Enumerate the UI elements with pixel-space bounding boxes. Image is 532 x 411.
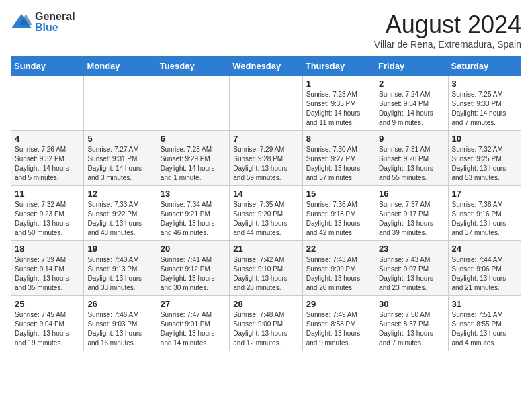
day-info: Sunrise: 7:41 AM Sunset: 9:12 PM Dayligh… bbox=[161, 255, 226, 293]
calendar-cell bbox=[84, 76, 157, 131]
calendar-cell: 5Sunrise: 7:27 AM Sunset: 9:31 PM Daylig… bbox=[84, 131, 157, 186]
calendar-cell: 9Sunrise: 7:31 AM Sunset: 9:26 PM Daylig… bbox=[375, 131, 448, 186]
day-number: 25 bbox=[15, 299, 80, 309]
day-number: 29 bbox=[306, 299, 371, 309]
calendar-cell: 20Sunrise: 7:41 AM Sunset: 9:12 PM Dayli… bbox=[157, 241, 229, 296]
day-info: Sunrise: 7:34 AM Sunset: 9:21 PM Dayligh… bbox=[161, 200, 226, 238]
day-number: 4 bbox=[15, 134, 80, 144]
logo-icon bbox=[11, 11, 32, 33]
logo-general: General bbox=[35, 11, 75, 23]
day-number: 3 bbox=[452, 79, 517, 89]
day-number: 22 bbox=[306, 244, 371, 254]
day-info: Sunrise: 7:50 AM Sunset: 8:57 PM Dayligh… bbox=[379, 310, 444, 348]
day-info: Sunrise: 7:32 AM Sunset: 9:25 PM Dayligh… bbox=[452, 145, 517, 183]
calendar-cell: 23Sunrise: 7:43 AM Sunset: 9:07 PM Dayli… bbox=[375, 241, 448, 296]
calendar-cell: 31Sunrise: 7:51 AM Sunset: 8:55 PM Dayli… bbox=[448, 296, 521, 351]
calendar-cell: 26Sunrise: 7:46 AM Sunset: 9:03 PM Dayli… bbox=[84, 296, 157, 351]
day-info: Sunrise: 7:35 AM Sunset: 9:20 PM Dayligh… bbox=[233, 200, 298, 238]
weekday-header-sunday: Sunday bbox=[11, 57, 84, 76]
calendar-cell: 15Sunrise: 7:36 AM Sunset: 9:18 PM Dayli… bbox=[302, 186, 375, 241]
day-info: Sunrise: 7:39 AM Sunset: 9:14 PM Dayligh… bbox=[15, 255, 80, 293]
weekday-header-row: SundayMondayTuesdayWednesdayThursdayFrid… bbox=[11, 57, 521, 76]
day-info: Sunrise: 7:45 AM Sunset: 9:04 PM Dayligh… bbox=[15, 310, 80, 348]
calendar-cell: 13Sunrise: 7:34 AM Sunset: 9:21 PM Dayli… bbox=[157, 186, 229, 241]
calendar-cell: 3Sunrise: 7:25 AM Sunset: 9:33 PM Daylig… bbox=[448, 76, 521, 131]
day-number: 10 bbox=[452, 134, 517, 144]
day-info: Sunrise: 7:49 AM Sunset: 8:58 PM Dayligh… bbox=[306, 310, 371, 348]
logo: General Blue bbox=[11, 11, 75, 33]
weekday-header-tuesday: Tuesday bbox=[157, 57, 229, 76]
logo-blue: Blue bbox=[35, 21, 75, 34]
weekday-header-thursday: Thursday bbox=[302, 57, 375, 76]
weekday-header-wednesday: Wednesday bbox=[230, 57, 302, 76]
calendar-cell: 21Sunrise: 7:42 AM Sunset: 9:10 PM Dayli… bbox=[230, 241, 302, 296]
calendar-cell: 17Sunrise: 7:38 AM Sunset: 9:16 PM Dayli… bbox=[448, 186, 521, 241]
calendar-week-row: 1Sunrise: 7:23 AM Sunset: 9:35 PM Daylig… bbox=[11, 76, 521, 131]
calendar-cell: 6Sunrise: 7:28 AM Sunset: 9:29 PM Daylig… bbox=[157, 131, 229, 186]
weekday-header-monday: Monday bbox=[84, 57, 157, 76]
day-info: Sunrise: 7:36 AM Sunset: 9:18 PM Dayligh… bbox=[306, 200, 371, 238]
calendar-cell: 1Sunrise: 7:23 AM Sunset: 9:35 PM Daylig… bbox=[302, 76, 375, 131]
day-info: Sunrise: 7:30 AM Sunset: 9:27 PM Dayligh… bbox=[306, 145, 371, 183]
title-section: August 2024 Villar de Rena, Extremadura,… bbox=[374, 11, 521, 50]
day-number: 18 bbox=[15, 244, 80, 254]
day-number: 14 bbox=[233, 189, 298, 199]
day-number: 12 bbox=[87, 189, 152, 199]
day-number: 24 bbox=[452, 244, 517, 254]
calendar-week-row: 11Sunrise: 7:32 AM Sunset: 9:23 PM Dayli… bbox=[11, 186, 521, 241]
calendar-cell: 24Sunrise: 7:44 AM Sunset: 9:06 PM Dayli… bbox=[448, 241, 521, 296]
day-info: Sunrise: 7:38 AM Sunset: 9:16 PM Dayligh… bbox=[452, 200, 517, 238]
calendar-cell: 10Sunrise: 7:32 AM Sunset: 9:25 PM Dayli… bbox=[448, 131, 521, 186]
calendar-cell: 7Sunrise: 7:29 AM Sunset: 9:28 PM Daylig… bbox=[230, 131, 302, 186]
day-info: Sunrise: 7:29 AM Sunset: 9:28 PM Dayligh… bbox=[233, 145, 298, 183]
calendar-cell: 11Sunrise: 7:32 AM Sunset: 9:23 PM Dayli… bbox=[11, 186, 84, 241]
day-number: 31 bbox=[452, 299, 517, 309]
calendar-cell: 25Sunrise: 7:45 AM Sunset: 9:04 PM Dayli… bbox=[11, 296, 84, 351]
day-number: 5 bbox=[87, 134, 152, 144]
day-info: Sunrise: 7:24 AM Sunset: 9:34 PM Dayligh… bbox=[379, 90, 444, 128]
calendar-cell: 19Sunrise: 7:40 AM Sunset: 9:13 PM Dayli… bbox=[84, 241, 157, 296]
page-header: General Blue August 2024 Villar de Rena,… bbox=[11, 11, 521, 50]
calendar-cell bbox=[230, 76, 302, 131]
calendar-cell: 12Sunrise: 7:33 AM Sunset: 9:22 PM Dayli… bbox=[84, 186, 157, 241]
day-number: 2 bbox=[379, 79, 444, 89]
calendar-table: SundayMondayTuesdayWednesdayThursdayFrid… bbox=[11, 56, 521, 351]
calendar-cell bbox=[157, 76, 229, 131]
calendar-cell: 30Sunrise: 7:50 AM Sunset: 8:57 PM Dayli… bbox=[375, 296, 448, 351]
day-number: 15 bbox=[306, 189, 371, 199]
calendar-week-row: 4Sunrise: 7:26 AM Sunset: 9:32 PM Daylig… bbox=[11, 131, 521, 186]
day-number: 28 bbox=[233, 299, 298, 309]
weekday-header-saturday: Saturday bbox=[448, 57, 521, 76]
day-info: Sunrise: 7:25 AM Sunset: 9:33 PM Dayligh… bbox=[452, 90, 517, 128]
calendar-week-row: 25Sunrise: 7:45 AM Sunset: 9:04 PM Dayli… bbox=[11, 296, 521, 351]
calendar-cell: 14Sunrise: 7:35 AM Sunset: 9:20 PM Dayli… bbox=[230, 186, 302, 241]
day-number: 1 bbox=[306, 79, 371, 89]
day-info: Sunrise: 7:26 AM Sunset: 9:32 PM Dayligh… bbox=[15, 145, 80, 183]
calendar-cell: 8Sunrise: 7:30 AM Sunset: 9:27 PM Daylig… bbox=[302, 131, 375, 186]
calendar-cell: 4Sunrise: 7:26 AM Sunset: 9:32 PM Daylig… bbox=[11, 131, 84, 186]
calendar-cell: 22Sunrise: 7:43 AM Sunset: 9:09 PM Dayli… bbox=[302, 241, 375, 296]
day-number: 19 bbox=[87, 244, 152, 254]
day-number: 21 bbox=[233, 244, 298, 254]
calendar-cell: 2Sunrise: 7:24 AM Sunset: 9:34 PM Daylig… bbox=[375, 76, 448, 131]
day-number: 13 bbox=[161, 189, 226, 199]
month-year: August 2024 bbox=[374, 11, 521, 39]
day-info: Sunrise: 7:27 AM Sunset: 9:31 PM Dayligh… bbox=[87, 145, 152, 183]
day-info: Sunrise: 7:31 AM Sunset: 9:26 PM Dayligh… bbox=[379, 145, 444, 183]
day-info: Sunrise: 7:43 AM Sunset: 9:07 PM Dayligh… bbox=[379, 255, 444, 293]
day-info: Sunrise: 7:47 AM Sunset: 9:01 PM Dayligh… bbox=[161, 310, 226, 348]
calendar-cell: 18Sunrise: 7:39 AM Sunset: 9:14 PM Dayli… bbox=[11, 241, 84, 296]
day-info: Sunrise: 7:40 AM Sunset: 9:13 PM Dayligh… bbox=[87, 255, 152, 293]
location: Villar de Rena, Extremadura, Spain bbox=[374, 39, 521, 50]
day-info: Sunrise: 7:43 AM Sunset: 9:09 PM Dayligh… bbox=[306, 255, 371, 293]
calendar-cell: 27Sunrise: 7:47 AM Sunset: 9:01 PM Dayli… bbox=[157, 296, 229, 351]
day-number: 17 bbox=[452, 189, 517, 199]
weekday-header-friday: Friday bbox=[375, 57, 448, 76]
day-number: 26 bbox=[87, 299, 152, 309]
day-number: 30 bbox=[379, 299, 444, 309]
calendar-cell: 16Sunrise: 7:37 AM Sunset: 9:17 PM Dayli… bbox=[375, 186, 448, 241]
day-info: Sunrise: 7:42 AM Sunset: 9:10 PM Dayligh… bbox=[233, 255, 298, 293]
day-number: 9 bbox=[379, 134, 444, 144]
day-info: Sunrise: 7:51 AM Sunset: 8:55 PM Dayligh… bbox=[452, 310, 517, 348]
day-info: Sunrise: 7:23 AM Sunset: 9:35 PM Dayligh… bbox=[306, 90, 371, 128]
